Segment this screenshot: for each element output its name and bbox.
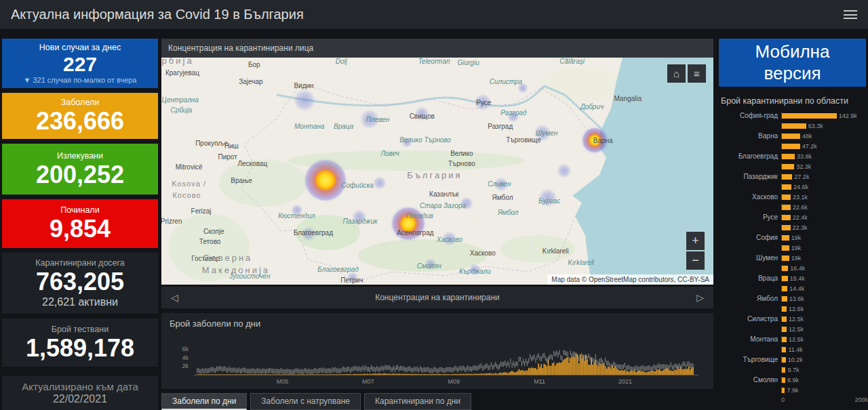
card-deaths-title: Починали bbox=[2, 205, 158, 215]
carousel-prev-icon[interactable]: ◁ bbox=[171, 292, 178, 303]
region-bar bbox=[782, 123, 806, 129]
region-bar-track: 16.4k bbox=[781, 265, 868, 271]
region-bar-value: 19k bbox=[791, 234, 802, 241]
region-bar-track: 13.6k bbox=[781, 295, 868, 302]
svg-text:6k: 6k bbox=[182, 346, 189, 352]
updated-label: Актуализирано към дата bbox=[2, 381, 158, 392]
tab-zaboleli-po-dni[interactable]: Заболели по дни bbox=[161, 393, 247, 410]
map-carousel: ◁ Концентрация на карантинирани ▷ bbox=[161, 287, 713, 308]
region-bar-value: 33.8k bbox=[797, 153, 812, 160]
region-bar-row: 12.6k bbox=[719, 304, 868, 314]
region-bar bbox=[782, 235, 789, 241]
region-bar bbox=[782, 327, 787, 332]
menu-icon[interactable] bbox=[844, 10, 857, 19]
zoom-out-button[interactable]: − bbox=[686, 251, 705, 270]
region-bar-track: 19k bbox=[781, 255, 868, 261]
region-bar-value: 23.1k bbox=[793, 194, 808, 201]
region-bar-row: Силистра12.5k bbox=[719, 314, 868, 324]
region-label: София bbox=[719, 234, 781, 241]
region-bar-value: 22.4k bbox=[793, 214, 808, 221]
region-bar bbox=[782, 113, 837, 119]
region-bar-track: 22.6k bbox=[781, 204, 868, 210]
region-bar-value: 12.5k bbox=[789, 336, 804, 343]
region-bar-track: 12.5k bbox=[781, 316, 868, 322]
region-bar-value: 47.2k bbox=[802, 143, 817, 150]
region-bar-track: 7.9k bbox=[781, 387, 868, 393]
card-new-cases-delta: ▼ 321 случая по-малко от вчера bbox=[2, 76, 158, 84]
map-panel-title: Концентрация на карантинирани лица bbox=[161, 39, 713, 58]
region-label: Шумен bbox=[719, 254, 781, 262]
region-bar-track: 9.7k bbox=[781, 367, 868, 373]
region-bar-track: 24.6k bbox=[781, 184, 868, 190]
region-bar-track: 19k bbox=[781, 234, 868, 241]
region-label: Търговище bbox=[719, 356, 781, 363]
map-canvas[interactable]: СрбијаКрагујевацБорЗајечарВидинDoljTeleo… bbox=[161, 58, 713, 285]
region-bar bbox=[782, 388, 785, 393]
region-bar-row: Варна48k bbox=[719, 131, 868, 141]
tab-karantinirani-po-dni[interactable]: Карантинирани по дни bbox=[364, 393, 471, 410]
region-bar-row: 47.2k bbox=[719, 141, 868, 151]
map-panel: Концентрация на карантинирани лица Србиј… bbox=[161, 39, 713, 285]
zoom-controls: + − bbox=[686, 232, 705, 270]
region-bar-row: Ямбол13.6k bbox=[719, 293, 868, 304]
region-axis-min: 0 bbox=[781, 396, 785, 403]
region-bar bbox=[782, 337, 787, 342]
region-bar-value: 12.6k bbox=[789, 306, 804, 312]
region-label: Враца bbox=[719, 274, 781, 282]
region-bar-row: Благоевград33.8k bbox=[719, 151, 868, 161]
region-bar-track: 15.4k bbox=[781, 275, 868, 281]
region-bar bbox=[782, 245, 789, 251]
region-bar-row: 16.4k bbox=[719, 263, 868, 273]
region-bar bbox=[782, 377, 785, 383]
region-bar-track: 12.5k bbox=[781, 336, 868, 342]
card-deaths-value: 9,854 bbox=[2, 216, 158, 242]
region-label: Русе bbox=[719, 213, 781, 221]
svg-text:M09: M09 bbox=[448, 378, 460, 385]
svg-text:2k: 2k bbox=[182, 363, 189, 369]
region-bar-row: 7.9k bbox=[719, 385, 868, 395]
card-quarantined-active: 22,621 активни bbox=[2, 296, 158, 308]
zoom-in-button[interactable]: + bbox=[686, 232, 705, 250]
region-bar bbox=[782, 174, 792, 180]
region-bar-value: 63.3k bbox=[808, 123, 823, 129]
mobile-version-line2: версия bbox=[764, 63, 821, 84]
region-bar-value: 12.5k bbox=[789, 326, 804, 333]
svg-text:2021: 2021 bbox=[618, 378, 632, 385]
region-bar bbox=[782, 184, 791, 190]
region-bar-value: 19k bbox=[791, 245, 802, 251]
carousel-next-icon[interactable]: ▷ bbox=[696, 292, 704, 303]
region-label: София-град bbox=[719, 112, 781, 119]
region-bar bbox=[782, 276, 788, 281]
region-bar-value: 9.7k bbox=[787, 367, 799, 373]
region-bar-value: 48k bbox=[802, 133, 812, 140]
legend-icon[interactable]: ≡ bbox=[688, 64, 706, 83]
region-bar-track: 63.3k bbox=[781, 123, 868, 129]
card-infected-value: 236,666 bbox=[2, 108, 158, 134]
region-label: Пазарджик bbox=[719, 173, 781, 180]
svg-text:M11: M11 bbox=[534, 378, 545, 385]
daily-chart-title: Брой заболели по дни bbox=[170, 319, 260, 329]
region-bar bbox=[782, 286, 787, 291]
card-tested: Брой тествани 1,589,178 bbox=[2, 319, 158, 367]
region-bar-row: 32.3k bbox=[719, 161, 868, 171]
region-bar-value: 11.4k bbox=[788, 346, 802, 353]
card-recovered-value: 200,252 bbox=[2, 162, 158, 188]
region-bar-value: 7.9k bbox=[787, 387, 798, 394]
region-bar-row: 14.4k bbox=[719, 283, 868, 293]
region-bar-row: Хасково23.1k bbox=[719, 192, 868, 202]
tab-zaboleli-s-natrupvane[interactable]: Заболели с натрупване bbox=[250, 393, 361, 410]
mobile-version-button[interactable]: Мобилна версия bbox=[719, 39, 866, 87]
card-new-cases-title: Нови случаи за днес bbox=[2, 43, 158, 52]
region-bar-value: 27.2k bbox=[794, 173, 809, 180]
region-bar bbox=[782, 316, 787, 322]
header: Актуална информация за Covid 19 в Българ… bbox=[0, 0, 868, 30]
map-attribution[interactable]: Map data © OpenStreetMap contributors, C… bbox=[547, 274, 713, 285]
region-bar-track: 19k bbox=[781, 245, 868, 251]
region-bar-value: 13.6k bbox=[789, 295, 804, 302]
region-chart-title: Брой карантинирани по области bbox=[721, 96, 866, 106]
region-label: Хасково bbox=[719, 193, 781, 201]
home-icon[interactable]: ⌂ bbox=[667, 64, 686, 83]
region-bar-chart: София-град142.9k63.3kВарна48k47.2kБлагое… bbox=[719, 110, 868, 395]
card-quarantined-value: 763,205 bbox=[2, 269, 158, 295]
covid-dashboard: Актуална информация за Covid 19 в Българ… bbox=[0, 0, 868, 410]
